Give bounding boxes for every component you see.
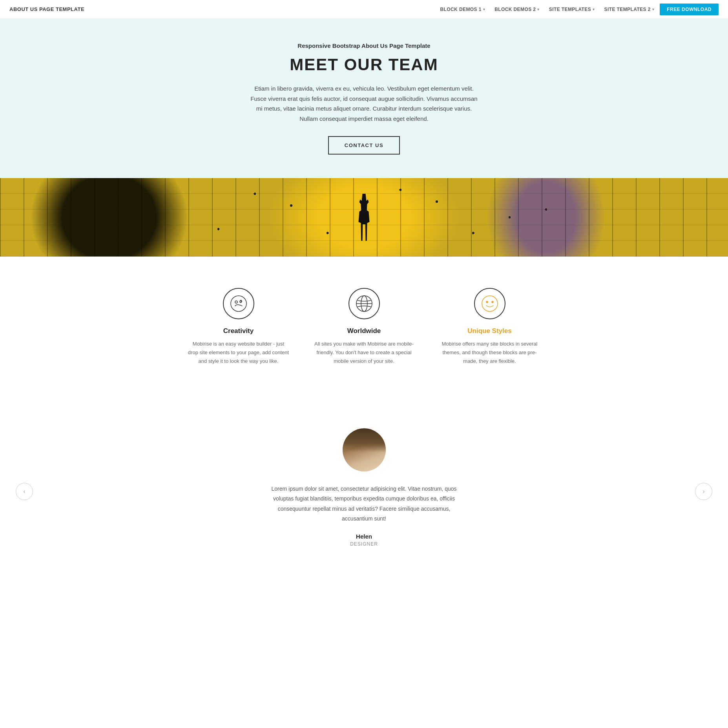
testimonial-role: DESIGNER <box>16 541 712 547</box>
svg-point-2 <box>240 301 241 302</box>
feature-unique-styles: Unique Styles Mobirise offers many site … <box>439 288 541 366</box>
features-grid: Creativity Mobirise is an easy website b… <box>188 288 541 366</box>
feature-worldwide-desc: All sites you make with Mobirise are mob… <box>313 340 415 366</box>
nav-links: BLOCK DEMOS 1 ▾ BLOCK DEMOS 2 ▾ SITE TEM… <box>436 4 719 15</box>
testimonial-text: Lorem ipsum dolor sit amet, consectetur … <box>266 484 462 524</box>
nav-brand: ABOUT US PAGE TEMPLATE <box>9 6 84 12</box>
banner-inner <box>0 178 728 257</box>
avatar-image <box>343 428 386 471</box>
dropdown-arrow-1: ▾ <box>483 7 485 11</box>
feature-unique-styles-desc: Mobirise offers many site blocks in seve… <box>439 340 541 366</box>
free-download-button[interactable]: FREE DOWNLOAD <box>660 4 719 15</box>
dropdown-arrow-2: ▾ <box>537 7 539 11</box>
nav-item-block-demos-1[interactable]: BLOCK DEMOS 1 ▾ <box>436 4 489 15</box>
carousel-next-button[interactable]: › <box>695 483 712 500</box>
dropdown-arrow-3: ▾ <box>593 7 595 11</box>
navbar: ABOUT US PAGE TEMPLATE BLOCK DEMOS 1 ▾ B… <box>0 0 728 19</box>
feature-creativity: Creativity Mobirise is an easy website b… <box>188 288 290 366</box>
feature-unique-styles-title: Unique Styles <box>439 327 541 335</box>
testimonial-name: Helen <box>16 533 712 540</box>
unique-styles-svg <box>481 295 498 312</box>
feature-creativity-title: Creativity <box>188 327 290 335</box>
dropdown-arrow-4: ▾ <box>652 7 654 11</box>
hero-title: MEET OUR TEAM <box>16 55 712 74</box>
worldwide-svg <box>356 295 373 312</box>
svg-point-1 <box>235 301 237 303</box>
banner-image <box>0 178 728 257</box>
hero-description: Etiam in libero gravida, viverra ex eu, … <box>250 84 478 124</box>
svg-point-7 <box>486 301 488 303</box>
hero-section: Responsive Bootstrap About Us Page Templ… <box>0 19 728 178</box>
testimonial-avatar <box>343 428 386 471</box>
features-section: Creativity Mobirise is an easy website b… <box>0 257 728 397</box>
contact-us-button[interactable]: CONTACT US <box>328 136 400 155</box>
creativity-svg <box>230 295 247 312</box>
nav-item-site-templates-2[interactable]: SITE TEMPLATES 2 ▾ <box>600 4 659 15</box>
svg-point-6 <box>482 296 498 311</box>
nav-item-block-demos-2[interactable]: BLOCK DEMOS 2 ▾ <box>491 4 544 15</box>
feature-creativity-desc: Mobirise is an easy website builder - ju… <box>188 340 290 366</box>
feature-worldwide: Worldwide All sites you make with Mobiri… <box>313 288 415 366</box>
unique-styles-icon-circle <box>474 288 505 319</box>
feature-worldwide-title: Worldwide <box>313 327 415 335</box>
nav-item-site-templates[interactable]: SITE TEMPLATES ▾ <box>545 4 599 15</box>
svg-point-8 <box>492 301 493 303</box>
hero-subtitle: Responsive Bootstrap About Us Page Templ… <box>16 42 712 49</box>
carousel-prev-button[interactable]: ‹ <box>16 483 33 500</box>
svg-point-0 <box>231 296 246 311</box>
testimonial-section: Lorem ipsum dolor sit amet, consectetur … <box>0 397 728 586</box>
creativity-icon-circle <box>223 288 254 319</box>
worldwide-icon-circle <box>348 288 380 319</box>
